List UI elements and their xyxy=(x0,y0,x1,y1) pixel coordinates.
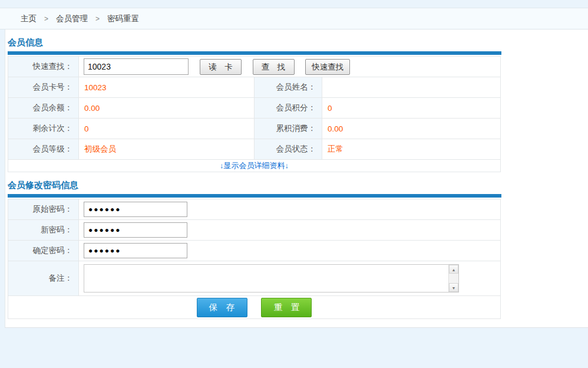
section-divider-bar xyxy=(8,194,501,198)
quick-find-button[interactable]: 快速查找 xyxy=(305,59,350,75)
scroll-down-icon[interactable]: ▼ xyxy=(449,283,458,292)
save-button[interactable]: 保 存 xyxy=(197,298,247,317)
remaining-times-label: 剩余计次： xyxy=(8,119,79,139)
old-password-label: 原始密码： xyxy=(8,199,79,220)
balance-label: 会员余额： xyxy=(8,98,79,119)
quick-search-row: 快速查找： 读 卡 查 找 快速查找 xyxy=(8,57,501,77)
action-buttons-cell: 保 存 重 置 xyxy=(8,296,501,319)
member-level-label: 会员等级： xyxy=(8,139,79,160)
points-label: 会员积分： xyxy=(255,98,322,119)
read-card-button[interactable]: 读 卡 xyxy=(200,59,242,75)
member-name-label: 会员姓名： xyxy=(255,77,322,98)
quick-search-cell: 读 卡 查 找 快速查找 xyxy=(79,57,501,77)
table-row: 确定密码： xyxy=(8,241,501,261)
password-section-title: 会员修改密码信息 xyxy=(8,172,588,194)
detail-link-row: ↓显示会员详细资料↓ xyxy=(8,160,501,172)
member-name-value xyxy=(322,77,501,98)
remaining-times-value: 0 xyxy=(79,119,255,139)
breadcrumb-member-management[interactable]: 会员管理 xyxy=(56,14,88,24)
remark-label: 备注： xyxy=(8,261,79,296)
total-consumption-value: 0.00 xyxy=(322,119,501,139)
quick-search-input[interactable] xyxy=(84,58,189,75)
new-password-field[interactable] xyxy=(84,222,187,238)
remark-scrollbar[interactable]: ▲ ▼ xyxy=(448,265,458,292)
breadcrumb-home[interactable]: 主页 xyxy=(21,14,37,24)
table-row: 会员等级： 初级会员 会员状态： 正常 xyxy=(8,139,501,160)
password-table: 原始密码： 新密码： 确定密码： 备注： ▲ xyxy=(8,199,501,319)
confirm-password-field[interactable] xyxy=(84,243,187,258)
confirm-password-label: 确定密码： xyxy=(8,241,79,261)
breadcrumb-separator: > xyxy=(44,15,48,23)
member-info-title: 会员信息 xyxy=(8,29,588,51)
reset-button[interactable]: 重 置 xyxy=(261,298,312,317)
new-password-label: 新密码： xyxy=(8,220,79,241)
action-buttons-row: 保 存 重 置 xyxy=(8,296,501,319)
remark-textarea[interactable] xyxy=(84,265,448,292)
card-number-value: 10023 xyxy=(79,77,255,98)
table-row: 会员卡号： 10023 会员姓名： xyxy=(8,77,501,98)
balance-value: 0.00 xyxy=(79,98,255,119)
total-consumption-label: 累积消费： xyxy=(255,119,322,139)
show-member-detail-link[interactable]: ↓显示会员详细资料↓ xyxy=(220,161,289,170)
remark-cell: ▲ ▼ xyxy=(79,261,501,296)
points-value: 0 xyxy=(322,98,501,119)
breadcrumb-password-reset: 密码重置 xyxy=(107,14,139,24)
search-button[interactable]: 查 找 xyxy=(253,59,295,75)
breadcrumb-separator: > xyxy=(95,15,100,23)
table-row: 剩余计次： 0 累积消费： 0.00 xyxy=(8,119,501,139)
content-panel: 会员信息 快速查找： 读 卡 查 找 快速查找 会员卡号： 10023 会员姓名… xyxy=(5,29,588,328)
member-status-value: 正常 xyxy=(322,139,501,160)
remark-row: 备注： ▲ ▼ xyxy=(8,261,501,296)
new-password-cell xyxy=(79,220,501,241)
breadcrumb: 主页 > 会员管理 > 密码重置 xyxy=(0,8,588,29)
quick-search-label: 快速查找： xyxy=(8,57,79,77)
detail-link-cell: ↓显示会员详细资料↓ xyxy=(8,160,501,172)
member-info-table: 快速查找： 读 卡 查 找 快速查找 会员卡号： 10023 会员姓名： 会员余… xyxy=(8,56,501,172)
table-row: 会员余额： 0.00 会员积分： 0 xyxy=(8,98,501,119)
card-number-label: 会员卡号： xyxy=(8,77,79,98)
remark-textarea-wrap: ▲ ▼ xyxy=(84,264,459,293)
old-password-field[interactable] xyxy=(84,202,187,217)
member-level-value: 初级会员 xyxy=(79,139,255,160)
old-password-cell xyxy=(79,199,501,220)
section-divider-bar xyxy=(8,51,501,55)
table-row: 原始密码： xyxy=(8,199,501,220)
member-status-label: 会员状态： xyxy=(255,139,322,160)
confirm-password-cell xyxy=(79,241,501,261)
table-row: 新密码： xyxy=(8,220,501,241)
scroll-up-icon[interactable]: ▲ xyxy=(449,265,458,274)
